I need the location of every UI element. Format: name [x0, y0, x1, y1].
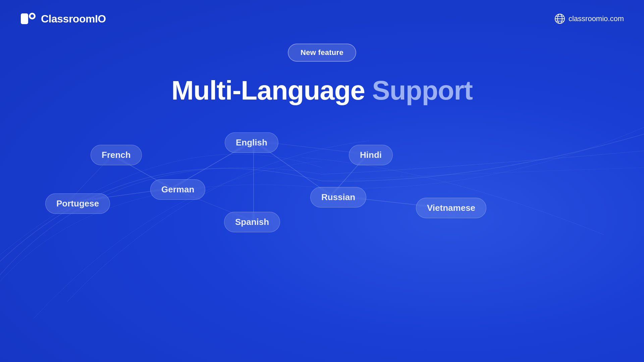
title-part1: Multi-Language	[171, 75, 365, 105]
logo-text: ClassroomIO	[41, 13, 106, 25]
logo-icon	[20, 11, 36, 27]
globe-icon	[554, 13, 565, 24]
new-feature-badge: New feature	[288, 44, 356, 62]
svg-rect-10	[21, 13, 28, 24]
logo: ClassroomIO	[20, 11, 106, 27]
main-title: Multi-Language Support	[171, 75, 473, 106]
title-part2: Support	[365, 75, 473, 105]
main-content: New feature Multi-Language Support	[0, 0, 644, 362]
svg-point-12	[31, 14, 34, 18]
website-label: classroomio.com	[569, 14, 624, 23]
website-link[interactable]: classroomio.com	[554, 13, 624, 24]
header: ClassroomIO classroomio.com	[0, 0, 644, 38]
